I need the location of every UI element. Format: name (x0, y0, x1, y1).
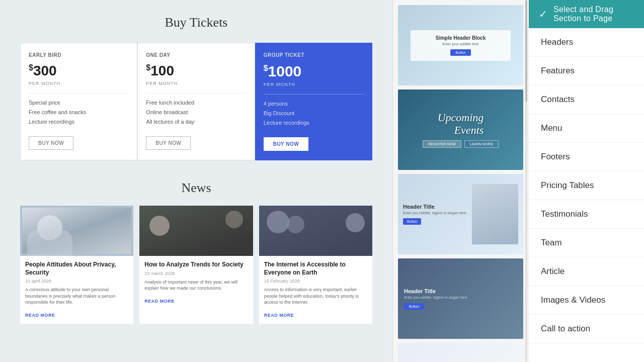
read-more-3[interactable]: READ MORE (264, 313, 294, 318)
thumb1-title: Simple Header Block (416, 35, 506, 41)
period-1: PER MONTH (29, 81, 129, 86)
thumbnail-header-light[interactable]: Enter Header Title Here Enter you subtit… (398, 343, 523, 362)
buy-btn-2[interactable]: BUY NOW (146, 136, 191, 150)
category-contacts[interactable]: Contacts (529, 85, 644, 114)
buy-btn-1[interactable]: BUY NOW (29, 136, 73, 150)
feature-2-1: Free lunch included (146, 100, 246, 106)
feature-2-3: All lectures of a day (146, 119, 246, 125)
thumb3-btn[interactable]: Button (403, 218, 421, 225)
thumb1-subtitle: Enter your subtitle here (416, 42, 506, 46)
period-3: PER MONTH (264, 82, 364, 87)
period-2: PER MONTH (146, 81, 246, 86)
category-team[interactable]: Team (529, 229, 644, 257)
category-testimonials[interactable]: Testimonials (529, 200, 644, 229)
news-card-title-1: People Attitudes About Privacy, Security (25, 261, 128, 277)
buy-btn-3[interactable]: BUY NOW (264, 137, 309, 151)
price-card-early-bird: EARLY BIRD $300 PER MONTH Special price … (20, 43, 137, 160)
plan-label-3: GROUP TICKET (264, 52, 364, 58)
news-card-text-2: Analysis of important news of this year,… (144, 279, 248, 292)
price-card-one-day: ONE DAY $100 PER MONTH Free lunch includ… (137, 43, 255, 160)
news-card-text-1: A conscious attitude to your own persona… (25, 287, 128, 306)
feature-1-1: Special price (29, 100, 129, 106)
thumb2-btn1[interactable]: REGISTER NOW (423, 140, 461, 148)
feature-3-3: Lecture recordings (264, 120, 364, 126)
news-image-1 (20, 206, 133, 256)
news-grid: People Attitudes About Privacy, Security… (20, 206, 372, 324)
pricing-cards: EARLY BIRD $300 PER MONTH Special price … (20, 43, 372, 160)
right-panel: Simple Header Block Enter your subtitle … (392, 0, 644, 362)
thumb2-line1: Upcoming (438, 112, 484, 124)
price-3: $1000 (264, 63, 364, 80)
pricing-section: Buy Tickets EARLY BIRD $300 PER MONTH Sp… (20, 15, 372, 160)
plan-label-2: ONE DAY (146, 52, 246, 58)
category-column: ✓ Select and Drag Section to Page Header… (528, 0, 644, 362)
read-more-2[interactable]: READ MORE (144, 299, 175, 304)
category-list: Headers Features Contacts Menu Footers P… (529, 28, 644, 362)
thumbnail-simple-header[interactable]: Simple Header Block Enter your subtitle … (398, 5, 523, 85)
news-card-text-3: Access to information is very important,… (264, 287, 367, 306)
category-menu[interactable]: Menu (529, 114, 644, 143)
price-card-group: GROUP TICKET $1000 PER MONTH 4 persons B… (255, 43, 372, 160)
news-card-1: People Attitudes About Privacy, Security… (20, 206, 133, 324)
category-pricing-tables[interactable]: Pricing Tables (529, 171, 644, 200)
top-bar-text: Select and Drag Section to Page (553, 5, 634, 23)
thumb4-btn[interactable]: Button (404, 303, 424, 310)
thumb2-line2: Events (438, 124, 484, 136)
category-features[interactable]: Features (529, 57, 644, 85)
thumbnail-column[interactable]: Simple Header Block Enter your subtitle … (392, 0, 528, 362)
read-more-1[interactable]: READ MORE (25, 313, 55, 318)
thumbnail-header-dark[interactable]: Header Title Enter you subtitle, tagline… (398, 258, 523, 339)
thumb2-btn2[interactable]: LEARN MORE (464, 140, 499, 148)
price-2: $100 (146, 63, 246, 79)
pricing-title: Buy Tickets (20, 15, 372, 30)
news-card-date-3: 15 February 2028 (264, 279, 367, 284)
news-image-2 (139, 206, 253, 256)
thumb3-title: Header Title (403, 204, 466, 210)
news-section: News People Attitudes About Privacy, Sec… (20, 180, 372, 324)
category-article[interactable]: Article (529, 257, 644, 286)
thumb1-btn[interactable]: Button (450, 49, 470, 56)
top-bar: ✓ Select and Drag Section to Page (529, 0, 644, 28)
news-title: News (20, 180, 372, 196)
feature-1-3: Lecture recordings (29, 119, 129, 125)
plan-label-1: EARLY BIRD (29, 52, 129, 58)
feature-3-2: Big Discount (264, 110, 364, 116)
category-images-videos[interactable]: Images & Videos (529, 286, 644, 315)
thumb4-subtitle: Enter you subtitle, tagline or slogan he… (404, 296, 467, 299)
category-footers[interactable]: Footers (529, 143, 644, 171)
news-card-date-2: 23 march 2028 (144, 271, 248, 276)
category-call-to-action[interactable]: Call to action (529, 315, 644, 343)
price-1: $300 (29, 63, 129, 79)
news-image-3 (259, 206, 372, 256)
thumb4-title: Header Title (404, 288, 436, 294)
content-area: Buy Tickets EARLY BIRD $300 PER MONTH Sp… (0, 0, 392, 362)
check-icon: ✓ (539, 8, 547, 20)
feature-1-2: Free coffee and snacks (29, 109, 129, 115)
news-card-title-2: How to Analyze Trends for Society (144, 261, 248, 269)
news-card-3: The Internet is Accessible to Everyone o… (259, 206, 372, 324)
feature-3-1: 4 persons (264, 101, 364, 107)
thumbnail-header-person[interactable]: Header Title Enter you subtitle, tagline… (398, 174, 523, 254)
news-card-date-1: 10 april 2028 (25, 279, 128, 284)
thumbnail-upcoming-events[interactable]: Upcoming Events REGISTER NOW LEARN MORE (398, 89, 523, 170)
news-card-2: How to Analyze Trends for Society 23 mar… (139, 206, 253, 324)
category-headers[interactable]: Headers (529, 28, 644, 57)
feature-2-2: Online broadcast (146, 109, 246, 115)
news-card-title-3: The Internet is Accessible to Everyone o… (264, 261, 367, 277)
thumb3-subtitle: Enter you subtitle, tagline or slogan he… (403, 211, 466, 215)
